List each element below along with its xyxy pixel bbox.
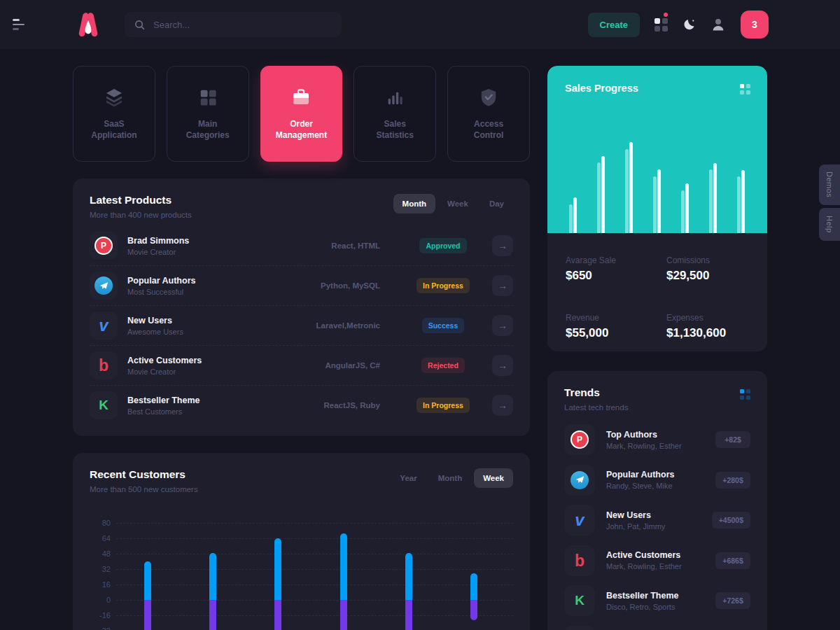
gridline (116, 523, 513, 524)
product-name[interactable]: Popular Authors (127, 276, 195, 286)
gridline (116, 615, 513, 616)
row-arrow-button[interactable]: → (492, 395, 513, 416)
recent-customers-title: Recent Customers (90, 468, 198, 481)
bar-current (573, 197, 577, 233)
vimeo-icon: v (575, 513, 584, 527)
telegram-icon (570, 471, 589, 489)
quick-tab-access-control[interactable]: Access Control (447, 66, 530, 162)
status-badge: Rejected (421, 358, 465, 373)
navbar-actions: Create 3 (588, 10, 769, 38)
customers-filter-month[interactable]: Month (429, 468, 471, 488)
products-filter-day[interactable]: Day (480, 194, 513, 214)
row-arrow-button[interactable]: → (492, 355, 513, 376)
trend-subtitle: Randy, Steve, Mike (606, 482, 674, 490)
bar-positive (274, 538, 281, 600)
product-row: b Active Customers Movie Creator Angular… (90, 346, 513, 386)
trend-title[interactable]: Bestseller Theme (606, 591, 679, 601)
product-logo-tile: P (90, 232, 118, 260)
bar-previous (653, 176, 657, 233)
bar-negative (405, 600, 412, 630)
quick-tab-order-management[interactable]: Order Management (260, 66, 343, 162)
vimeo-icon: v (99, 318, 108, 332)
product-tech: React, HTML (282, 241, 380, 250)
quick-tab-main-categories[interactable]: Main Categories (167, 66, 249, 162)
side-tab-demos[interactable]: Demos (819, 164, 840, 205)
product-row: v New Users Awesome Users Laravel,Metron… (90, 306, 513, 346)
product-name[interactable]: Brad Simmons (127, 236, 189, 246)
bar-previous (737, 176, 741, 233)
app-logo[interactable] (73, 9, 104, 40)
bar-positive (209, 553, 216, 600)
product-list: P Brad Simmons Movie Creator React, HTML… (90, 226, 513, 425)
product-tech: AngularJS, C# (282, 361, 380, 370)
bar-current (629, 142, 633, 233)
bar-negative (209, 600, 216, 630)
trend-subtitle: Mark, Rowling, Esther (606, 442, 682, 450)
products-filter-month[interactable]: Month (393, 194, 435, 214)
drag-dots-icon[interactable] (740, 389, 750, 400)
bar-previous (597, 162, 601, 233)
bar-positive (340, 533, 347, 600)
quick-tab-label: Sales Statistics (354, 118, 435, 141)
product-name[interactable]: Bestseller Theme (127, 396, 200, 405)
grid-icon (199, 86, 217, 108)
apps-grid-icon[interactable] (654, 18, 668, 31)
bar-negative (144, 600, 151, 630)
side-tab-help[interactable]: Help (819, 208, 840, 241)
drag-dots-icon[interactable] (740, 84, 750, 94)
create-button[interactable]: Create (588, 13, 640, 37)
sales-stats-grid: Avarage Sale $650Comissions $29,500Reven… (547, 233, 767, 351)
products-filter-week[interactable]: Week (438, 194, 477, 214)
row-arrow-button[interactable]: → (492, 315, 513, 336)
latest-products-title: Latest Products (90, 194, 192, 206)
search-bar[interactable] (125, 12, 342, 37)
dark-mode-moon-icon[interactable] (682, 18, 696, 31)
trend-logo-tile: v (564, 505, 595, 536)
quick-tabs: SaaS Application Main Categories Order M… (73, 66, 530, 162)
row-arrow-button[interactable]: → (492, 235, 513, 256)
product-name[interactable]: New Users (127, 316, 183, 326)
y-axis-tick: -16 (90, 611, 111, 620)
trend-title[interactable]: Active Customers (606, 550, 682, 560)
user-avatar-icon[interactable] (710, 17, 726, 32)
product-tech: ReactJS, Ruby (282, 401, 380, 410)
y-axis-tick: 80 (90, 519, 111, 527)
gridline (116, 600, 513, 601)
customers-filter-year[interactable]: Year (391, 468, 426, 488)
trend-title[interactable]: Popular Authors (606, 470, 674, 479)
quick-tab-sales-statistics[interactable]: Sales Statistics (354, 66, 436, 162)
sales-progress-title: Sales Progress (565, 83, 638, 94)
stat-label: Avarage Sale (566, 255, 666, 265)
trend-item: Popular Authors Randy, Steve, Mike +280$ (564, 465, 750, 496)
product-logo-tile: v (90, 312, 118, 340)
trends-card: Trends Latest tech trends P Top Authors … (547, 371, 767, 630)
product-name[interactable]: Active Customers (127, 356, 202, 365)
bar-previous (681, 190, 685, 233)
bar-current (713, 163, 717, 233)
logo-m-icon (73, 9, 104, 40)
quick-tab-label: Order Management (261, 118, 342, 141)
latest-products-card: Latest Products More than 400 new produc… (73, 178, 530, 436)
trend-title[interactable]: New Users (606, 510, 665, 520)
stat-label: Revenue (566, 313, 666, 323)
bar-current (601, 156, 605, 233)
producthunt-icon: P (570, 430, 589, 449)
customers-filter-week[interactable]: Week (474, 468, 513, 488)
quick-tab-saas-application[interactable]: SaaS Application (73, 66, 155, 162)
quick-tab-label: Access Control (448, 118, 529, 141)
menu-toggle-icon[interactable] (13, 19, 27, 30)
product-logo-tile (90, 272, 118, 300)
search-input[interactable] (152, 19, 332, 31)
trend-item: b Active Customers Mark, Rowling, Esther… (564, 545, 750, 576)
stat-value: $55,000 (566, 326, 666, 340)
bar-previous (709, 169, 713, 233)
product-row: P Brad Simmons Movie Creator React, HTML… (90, 226, 513, 266)
row-arrow-button[interactable]: → (492, 275, 513, 296)
customers-period-toggle: YearMonthWeek (391, 468, 513, 488)
stat-expenses: Expenses $1,130,600 (666, 313, 749, 352)
bar-current (685, 183, 689, 233)
recent-customers-card: Recent Customers More than 500 new custo… (73, 453, 530, 630)
notification-dot (664, 13, 668, 17)
trend-title[interactable]: Top Authors (606, 430, 682, 440)
notification-count-button[interactable]: 3 (741, 10, 769, 38)
